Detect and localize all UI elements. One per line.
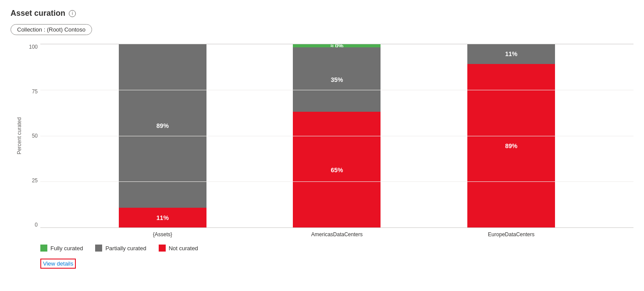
- bar-segment-not-europe: 89%: [467, 64, 555, 228]
- stacked-bar-americas: ≈ 0% 35% 65%: [293, 44, 381, 228]
- collection-filter-label: Collection : (Root) Contoso: [17, 26, 85, 33]
- bar-group-assets[interactable]: 89% 11%: [119, 44, 206, 228]
- y-axis: Percent curated 100 75 50 25 0: [11, 44, 40, 238]
- bars-container: 89% 11% ≈ 0% 35%: [40, 44, 633, 228]
- y-axis-title: Percent curated: [16, 117, 22, 155]
- legend-swatch-partially-curated: [95, 245, 102, 252]
- legend-label-partially-curated: Partially curated: [105, 245, 146, 252]
- y-tick-25: 25: [32, 177, 38, 184]
- y-tick-100: 100: [29, 44, 38, 50]
- bar-segment-fully-americas: ≈ 0%: [293, 44, 381, 47]
- x-label-assets: {Assets}: [119, 231, 206, 238]
- bar-group-europe[interactable]: 11% 89%: [467, 44, 555, 228]
- page-title-row: Asset curation i: [11, 9, 633, 18]
- legend-item-fully-curated: Fully curated: [40, 245, 83, 252]
- bar-segment-partially-europe: 11%: [467, 44, 555, 64]
- legend-label-not-curated: Not curated: [169, 245, 198, 252]
- legend-swatch-fully-curated: [40, 245, 47, 252]
- x-label-americas: AmericasDataCenters: [293, 231, 381, 238]
- legend: Fully curated Partially curated Not cura…: [40, 245, 633, 252]
- bar-group-americas[interactable]: ≈ 0% 35% 65%: [293, 44, 381, 228]
- x-label-europe: EuropeDataCenters: [467, 231, 555, 238]
- stacked-bar-europe: 11% 89%: [467, 44, 555, 228]
- legend-label-fully-curated: Fully curated: [50, 245, 83, 252]
- legend-swatch-not-curated: [159, 245, 166, 252]
- bar-segment-not-assets: 11%: [119, 208, 206, 228]
- collection-filter-button[interactable]: Collection : (Root) Contoso: [11, 24, 92, 35]
- chart-container: Percent curated 100 75 50 25 0: [11, 44, 633, 238]
- bar-segment-not-americas: 65%: [293, 112, 381, 228]
- view-details-link[interactable]: View details: [40, 259, 76, 269]
- y-tick-0: 0: [35, 222, 38, 228]
- info-icon[interactable]: i: [69, 10, 76, 17]
- legend-item-partially-curated: Partially curated: [95, 245, 146, 252]
- bar-segment-partially-americas: 35%: [293, 47, 381, 112]
- stacked-bar-assets: 89% 11%: [119, 44, 206, 228]
- x-axis-labels: {Assets} AmericasDataCenters EuropeDataC…: [40, 231, 633, 238]
- chart-body: 89% 11% ≈ 0% 35%: [40, 44, 633, 238]
- y-tick-50: 50: [32, 133, 38, 139]
- legend-item-not-curated: Not curated: [159, 245, 198, 252]
- bar-segment-partially-assets: 89%: [119, 44, 206, 208]
- y-tick-75: 75: [32, 89, 38, 95]
- page-title: Asset curation: [11, 9, 65, 18]
